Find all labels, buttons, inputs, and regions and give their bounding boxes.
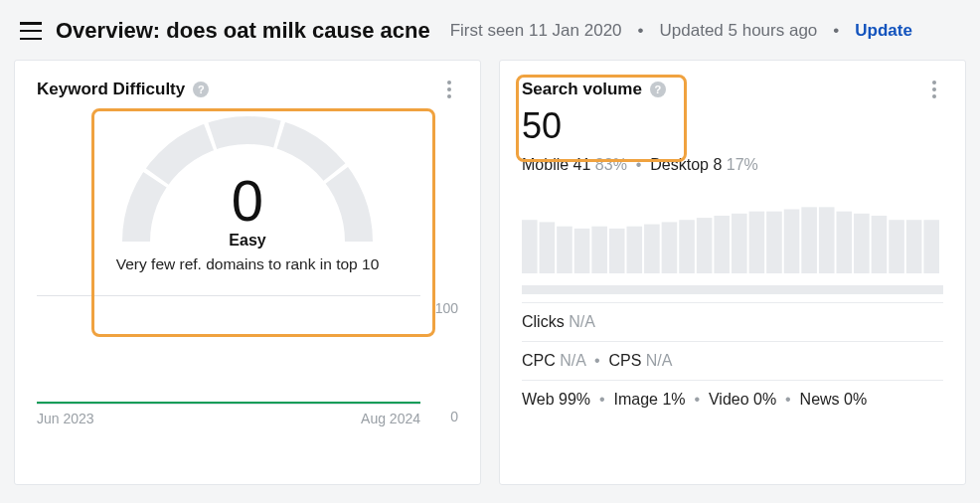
sv-clicks-row: Clicks N/A	[500, 303, 965, 341]
svg-rect-23	[923, 220, 939, 273]
sv-device-breakdown: Mobile 41 83% • Desktop 8 17%	[500, 146, 965, 174]
kd-x-axis-start: Jun 2023	[37, 411, 94, 426]
kd-sparkline	[37, 402, 420, 405]
kd-y-axis-max: 100	[435, 300, 458, 316]
sv-trend-bars	[522, 188, 939, 273]
svg-rect-13	[749, 211, 765, 272]
svg-rect-4	[591, 226, 607, 272]
keyword-difficulty-card: Keyword Difficulty ? 0 Easy Very few ref…	[14, 60, 481, 485]
kd-gauge: 0 Easy Very few ref. domains to rank in …	[15, 112, 480, 273]
sv-card-title: Search volume	[522, 80, 642, 99]
sv-source-distribution-row: Web 99% • Image 1% • Video 0% • News 0%	[500, 381, 965, 419]
meta-separator: •	[636, 21, 646, 41]
kd-y-axis-min: 0	[450, 409, 458, 424]
update-link[interactable]: Update	[855, 21, 912, 41]
search-volume-card: Search volume ? 50 Mobile 41 83% • Deskt…	[499, 60, 966, 485]
svg-rect-5	[609, 228, 625, 272]
sv-cpc-cps-row: CPC N/A • CPS N/A	[500, 342, 965, 380]
kd-trend-chart: 100 0 Jun 2023 Aug 2024	[37, 295, 458, 426]
sv-distribution-strip	[522, 285, 943, 294]
svg-rect-12	[732, 213, 747, 272]
svg-rect-14	[766, 211, 782, 272]
page-title: Overview: does oat milk cause acne	[56, 18, 436, 44]
svg-rect-8	[662, 222, 678, 273]
svg-rect-15	[784, 209, 800, 273]
kd-x-axis-end: Aug 2024	[361, 411, 420, 426]
kd-description: Very few ref. domains to rank in top 10	[116, 255, 380, 273]
first-seen-meta: First seen 11 Jan 2020	[450, 21, 622, 41]
svg-rect-2	[557, 226, 572, 272]
updated-meta: Updated 5 hours ago	[660, 21, 818, 41]
svg-rect-1	[540, 222, 556, 273]
sv-more-menu-button[interactable]	[923, 79, 945, 100]
page-header: Overview: does oat milk cause acne First…	[0, 0, 980, 60]
svg-rect-9	[679, 220, 695, 273]
kd-more-menu-button[interactable]	[438, 79, 460, 100]
svg-rect-21	[889, 220, 904, 273]
kd-card-title: Keyword Difficulty	[37, 80, 185, 99]
svg-rect-0	[522, 220, 538, 273]
svg-rect-16	[801, 207, 817, 273]
sv-total-value: 50	[500, 106, 965, 146]
svg-rect-10	[697, 218, 713, 273]
svg-rect-3	[574, 228, 590, 272]
hamburger-menu-button[interactable]	[20, 22, 42, 40]
svg-rect-20	[872, 216, 888, 273]
svg-rect-17	[819, 207, 835, 273]
svg-rect-22	[906, 220, 922, 273]
svg-rect-7	[644, 224, 660, 272]
help-icon[interactable]: ?	[193, 82, 209, 97]
svg-rect-6	[627, 226, 643, 272]
help-icon[interactable]: ?	[650, 82, 666, 97]
svg-rect-18	[837, 211, 853, 272]
svg-rect-19	[854, 213, 870, 272]
kd-score: 0	[232, 172, 263, 230]
svg-rect-11	[714, 216, 730, 273]
meta-separator: •	[831, 21, 841, 41]
